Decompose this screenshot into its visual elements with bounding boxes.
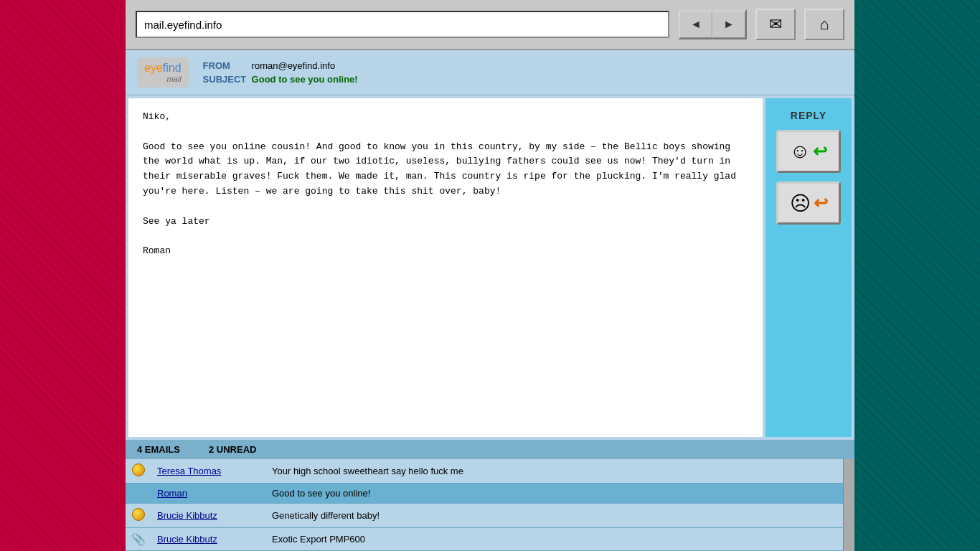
email-paragraph1: Good to see you online cousin! And good … <box>143 140 748 199</box>
email-status-icon-1 <box>126 459 151 484</box>
unread-dot-1 <box>132 463 145 476</box>
sender-2[interactable]: Roman <box>151 484 266 504</box>
subject-row: SUBJECT Good to see you online! <box>203 74 358 85</box>
subject-3: Genetically different baby! <box>266 504 843 528</box>
reply-panel: REPLY ☺ ↩ ☹ ↩ <box>765 98 852 437</box>
browser-content: eyefind mail FROM roman@eyefind.info SUB… <box>126 50 854 551</box>
sender-4[interactable]: Brucie Kibbutz <box>151 528 266 551</box>
subject-2: Good to see you online! <box>266 484 843 504</box>
address-bar-text: mail.eyefind.info <box>144 19 222 31</box>
email-row-2[interactable]: Roman Good to see you online! <box>126 484 843 504</box>
top-bar: mail.eyefind.info ◄ ► ✉ ⌂ <box>126 0 854 50</box>
background-right <box>854 0 980 551</box>
email-body-area: Niko, Good to see you online cousin! And… <box>126 95 854 440</box>
home-button[interactable]: ⌂ <box>804 9 844 40</box>
logo-find: find <box>163 62 182 74</box>
reply-sad-button[interactable]: ☹ ↩ <box>776 182 841 225</box>
mail-icon: ✉ <box>769 15 782 34</box>
subject-value: Good to see you online! <box>252 74 358 85</box>
email-status-icon-4: 📎 <box>126 528 151 551</box>
email-greeting: Niko, <box>143 110 748 125</box>
mail-button[interactable]: ✉ <box>755 9 796 40</box>
email-count: 4 EMAILS <box>137 444 180 455</box>
email-status-icon-2 <box>126 484 151 504</box>
nav-buttons: ◄ ► <box>678 9 747 39</box>
main-window: mail.eyefind.info ◄ ► ✉ ⌂ eyefind mail <box>126 0 854 551</box>
unread-count: 2 UNREAD <box>209 444 256 455</box>
logo-mail-sub: mail <box>144 75 182 83</box>
subject-4: Exotic Export PMP600 <box>266 528 843 551</box>
email-count-bar: 4 EMAILS 2 UNREAD <box>126 440 854 459</box>
email-list-container: Teresa Thomas Your high school sweethear… <box>126 459 854 551</box>
logo-eye: eye <box>144 62 163 74</box>
logo: eyefind mail <box>137 57 189 88</box>
home-icon: ⌂ <box>819 15 829 34</box>
attachment-icon-4: 📎 <box>131 533 146 545</box>
email-meta: FROM roman@eyefind.info SUBJECT Good to … <box>203 60 358 85</box>
reply-happy-button[interactable]: ☺ ↩ <box>776 130 841 173</box>
email-signature: Roman <box>143 244 748 259</box>
reply-green-arrow-icon: ↩ <box>813 141 827 161</box>
reply-orange-arrow-icon: ↩ <box>814 193 828 213</box>
email-status-icon-3 <box>126 504 151 528</box>
from-label: FROM <box>203 60 246 71</box>
email-row-3[interactable]: Brucie Kibbutz Genetically different bab… <box>126 504 843 528</box>
email-signoff: See ya later <box>143 215 748 230</box>
subject-label: SUBJECT <box>203 74 246 85</box>
email-row-1[interactable]: Teresa Thomas Your high school sweethear… <box>126 459 843 484</box>
sender-1[interactable]: Teresa Thomas <box>151 459 266 484</box>
email-row-4[interactable]: 📎 Brucie Kibbutz Exotic Export PMP600 <box>126 528 843 551</box>
reply-label: REPLY <box>791 110 826 121</box>
subject-1: Your high school sweetheart say hello fu… <box>266 459 843 484</box>
sender-3[interactable]: Brucie Kibbutz <box>151 504 266 528</box>
from-row: FROM roman@eyefind.info <box>203 60 358 71</box>
email-list: Teresa Thomas Your high school sweethear… <box>126 459 843 551</box>
unread-dot-3 <box>132 508 145 521</box>
nav-back-button[interactable]: ◄ <box>679 11 712 38</box>
background-left <box>0 0 126 551</box>
from-value: roman@eyefind.info <box>252 60 336 71</box>
happy-face-icon: ☺ <box>790 140 811 163</box>
address-bar[interactable]: mail.eyefind.info <box>136 11 669 38</box>
sad-face-icon: ☹ <box>790 192 811 215</box>
nav-forward-button[interactable]: ► <box>712 11 745 38</box>
email-body: Niko, Good to see you online cousin! And… <box>128 98 763 437</box>
email-list-scrollbar[interactable] <box>843 459 854 551</box>
email-app: eyefind mail FROM roman@eyefind.info SUB… <box>126 50 854 551</box>
email-header: eyefind mail FROM roman@eyefind.info SUB… <box>126 50 854 95</box>
